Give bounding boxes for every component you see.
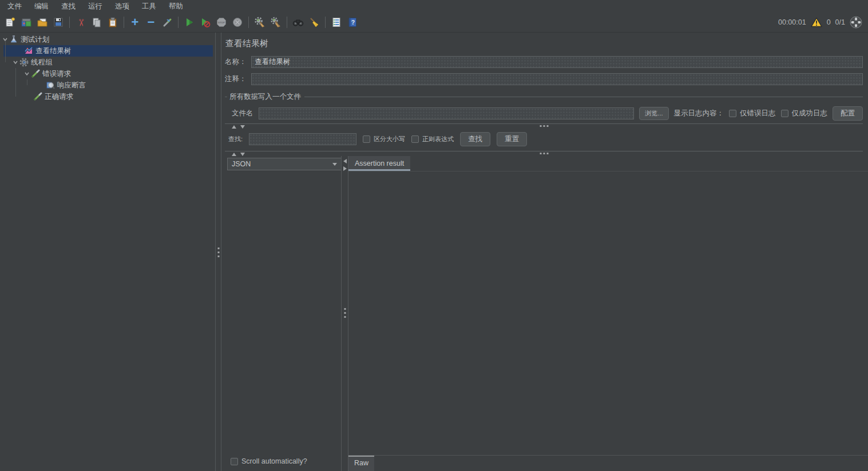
tree-item-correct-request[interactable]: 正确请求 xyxy=(0,91,215,102)
copy-button[interactable] xyxy=(89,15,104,30)
templates-button[interactable] xyxy=(19,15,34,30)
clear-all-button[interactable] xyxy=(268,15,283,30)
start-button[interactable] xyxy=(182,15,197,30)
errors-only-checkbox[interactable]: 仅错误日志 xyxy=(729,109,776,118)
collapse-up-icon[interactable] xyxy=(232,125,236,129)
checkbox-box[interactable] xyxy=(363,135,370,143)
success-only-checkbox[interactable]: 仅成功日志 xyxy=(781,109,828,118)
renderer-selected-value: JSON xyxy=(232,160,251,168)
results-left-column: JSON Scroll automatically? xyxy=(221,156,341,471)
plus-icon: + xyxy=(132,16,139,29)
remove-button[interactable]: − xyxy=(144,15,158,30)
collapse-up-icon[interactable] xyxy=(232,153,236,156)
regex-checkbox[interactable]: 正则表达式 xyxy=(411,135,454,143)
scroll-automatically-checkbox[interactable]: Scroll automatically? xyxy=(231,457,341,465)
tree-guide-line xyxy=(27,79,27,85)
reset-button[interactable] xyxy=(160,15,175,30)
name-input[interactable] xyxy=(251,56,863,68)
splitter-grip xyxy=(217,248,219,257)
test-plan-icon xyxy=(9,35,18,44)
clear-search-button[interactable] xyxy=(307,15,322,30)
comment-input[interactable] xyxy=(251,73,863,85)
splitter-collapse-controls xyxy=(232,153,245,156)
comment-row: 注释： xyxy=(225,73,863,85)
help-button[interactable]: ? xyxy=(345,15,360,30)
tree-item-thread-group[interactable]: 线程组 xyxy=(0,57,215,68)
search-input[interactable] xyxy=(249,133,356,145)
svg-text:STOP: STOP xyxy=(218,21,225,24)
toolbar-separator xyxy=(124,17,124,28)
tree-item-response-assertion[interactable]: 响应断言 xyxy=(0,79,215,91)
collapse-right-icon[interactable] xyxy=(343,166,347,171)
thread-group-icon xyxy=(19,58,29,67)
scroll-automatically-label: Scroll automatically? xyxy=(241,457,307,465)
checkbox-box[interactable] xyxy=(411,135,419,143)
tree-content-splitter[interactable] xyxy=(215,33,221,471)
save-button[interactable] xyxy=(51,15,66,30)
collapse-left-icon[interactable] xyxy=(343,159,347,163)
menu-edit[interactable]: 编辑 xyxy=(28,0,55,13)
toolbar-separator xyxy=(178,17,179,28)
sampler-icon xyxy=(31,69,40,78)
menu-file[interactable]: 文件 xyxy=(1,0,28,13)
tree-item-label: 正确请求 xyxy=(45,92,73,102)
test-plan-tree: 测试计划 查看结果树 线程组 错误请求 响应断言 正确请求 xyxy=(0,33,215,471)
success-only-label: 仅成功日志 xyxy=(792,109,828,118)
filename-input[interactable] xyxy=(259,107,635,119)
tree-item-view-results-tree[interactable]: 查看结果树 xyxy=(3,45,213,57)
cut-button[interactable]: ✂ xyxy=(73,15,88,30)
chevron-down-icon[interactable] xyxy=(11,58,19,66)
find-button[interactable]: 查找 xyxy=(460,132,490,146)
toolbar-separator xyxy=(69,17,70,28)
paste-button[interactable] xyxy=(105,15,120,30)
response-assertion-icon xyxy=(46,81,55,90)
checkbox-box[interactable] xyxy=(231,458,238,465)
shutdown-button[interactable] xyxy=(230,15,245,30)
view-results-tree-panel: 查看结果树 名称： 注释： 所有数据写入一个文件 文件名 浏览... 显示日志内… xyxy=(221,33,868,471)
tree-item-error-request[interactable]: 错误请求 xyxy=(0,68,215,79)
configure-button[interactable]: 配置 xyxy=(833,106,863,121)
filename-label: 文件名 xyxy=(232,109,253,118)
tree-item-test-plan[interactable]: 测试计划 xyxy=(0,34,215,45)
chevron-down-icon[interactable] xyxy=(23,70,31,78)
open-button[interactable] xyxy=(35,15,50,30)
renderer-dropdown[interactable]: JSON xyxy=(227,158,342,170)
filename-row: 文件名 浏览... 显示日志内容： 仅错误日志 仅成功日志 配置 xyxy=(225,106,863,121)
detail-tab-bar: Assertion result xyxy=(348,156,868,171)
stop-button[interactable]: STOP xyxy=(214,15,229,30)
browse-button[interactable]: 浏览... xyxy=(639,107,668,120)
clear-button[interactable] xyxy=(252,15,267,30)
svg-text:?: ? xyxy=(351,19,355,26)
active-threads-count: 0/1 xyxy=(835,18,845,26)
reset-search-button[interactable]: 重置 xyxy=(497,132,527,146)
menu-run[interactable]: 运行 xyxy=(82,0,109,13)
menu-tools[interactable]: 工具 xyxy=(136,0,162,13)
errors-only-label: 仅错误日志 xyxy=(740,109,776,118)
stop-icon: STOP xyxy=(216,17,227,28)
add-button[interactable]: + xyxy=(128,15,142,30)
elapsed-time: 00:00:01 xyxy=(778,18,806,26)
results-vertical-splitter[interactable] xyxy=(341,156,348,471)
function-helper-button[interactable] xyxy=(329,15,344,30)
checkbox-box[interactable] xyxy=(781,110,788,117)
broom-icon xyxy=(308,17,320,28)
toolbar-separator xyxy=(325,17,326,28)
collapse-down-icon[interactable] xyxy=(240,153,245,156)
search-button[interactable] xyxy=(291,15,306,30)
case-sensitive-checkbox[interactable]: 区分大小写 xyxy=(363,135,405,143)
splitter-grip xyxy=(540,153,548,154)
start-no-timers-button[interactable] xyxy=(198,15,213,30)
tree-item-label: 错误请求 xyxy=(42,69,71,79)
tab-assertion-result[interactable]: Assertion result xyxy=(348,156,410,171)
collapse-down-icon[interactable] xyxy=(240,125,245,129)
menu-help[interactable]: 帮助 xyxy=(162,0,189,13)
tab-raw[interactable]: Raw xyxy=(348,456,374,471)
menu-search[interactable]: 查找 xyxy=(55,0,82,13)
minus-icon: − xyxy=(148,16,155,29)
horizontal-splitter-top[interactable] xyxy=(225,123,863,129)
checkbox-box[interactable] xyxy=(729,110,736,117)
new-file-button[interactable] xyxy=(3,15,18,30)
horizontal-splitter-bottom[interactable] xyxy=(225,151,863,156)
menu-options[interactable]: 选项 xyxy=(109,0,136,13)
warning-icon[interactable] xyxy=(811,17,822,27)
